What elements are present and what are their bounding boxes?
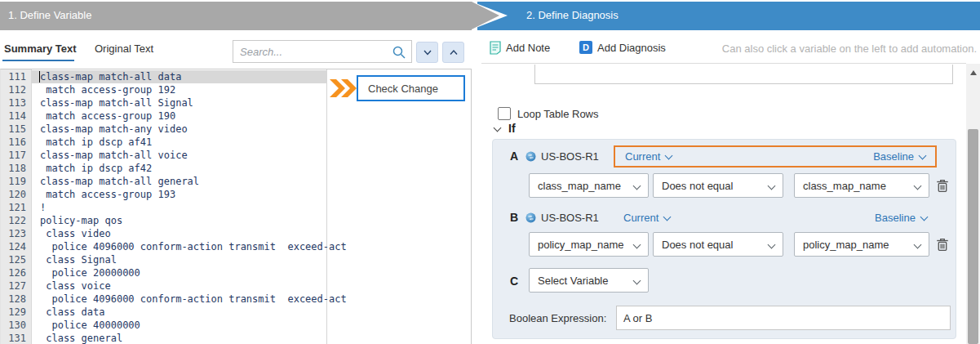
code-line[interactable]: 119class-map match-all general [1, 175, 471, 188]
line-text[interactable]: class data [40, 306, 104, 319]
line-number: 122 [1, 214, 26, 227]
line-number: 120 [1, 188, 26, 201]
code-line[interactable]: 116 match ip dscp af41 [1, 136, 471, 149]
selected-value: Select Variable [538, 275, 608, 287]
line-number: 125 [1, 253, 26, 266]
chevron-down-icon [768, 240, 776, 248]
add-note-button[interactable]: Add Note [506, 42, 550, 54]
line-number: 119 [1, 175, 26, 188]
line-text[interactable]: ! [40, 201, 46, 214]
line-text[interactable]: class video [40, 227, 111, 240]
line-text[interactable]: match ip dscp af41 [40, 136, 152, 149]
line-text[interactable]: class Signal [40, 253, 117, 266]
tab-summary-text[interactable]: Summary Text [4, 42, 77, 55]
condition-c-variable-select[interactable]: Select Variable [529, 268, 649, 293]
check-change-tag[interactable]: Check Change [357, 75, 465, 101]
delete-condition-b-trash-icon[interactable] [935, 237, 950, 252]
scrollbar-up-arrow[interactable] [970, 70, 977, 75]
condition-b-baseline-dropdown[interactable]: Baseline [875, 212, 927, 224]
tab-original-text[interactable]: Original Text [95, 42, 153, 55]
selected-value: Does not equal [662, 180, 733, 192]
line-text[interactable]: match ip dscp af42 [40, 162, 152, 175]
active-tab-underline [2, 60, 74, 61]
condition-b-operator-select[interactable]: Does not equal [653, 232, 783, 257]
code-line[interactable]: 128 police 4096000 conform-action transm… [1, 293, 471, 306]
selected-value: class_map_name [538, 180, 621, 192]
line-text[interactable]: class-map match-all voice [40, 149, 188, 162]
code-line[interactable]: 130 police 40000000 [1, 319, 471, 332]
line-text[interactable]: police 4096000 conform-action transmit e… [40, 240, 347, 253]
line-text[interactable]: match access-group 192 [40, 83, 175, 96]
line-number: 112 [1, 83, 26, 96]
chevron-down-icon [422, 47, 433, 58]
code-line[interactable]: 118 match ip dscp af42 [1, 162, 471, 175]
line-text[interactable]: police 20000000 [40, 266, 140, 279]
condition-b-current-dropdown[interactable]: Current [623, 212, 670, 224]
boolean-expression-input[interactable] [616, 306, 951, 330]
line-text[interactable]: police 4096000 conform-action transmit e… [40, 293, 347, 306]
line-number: 111 [1, 70, 26, 83]
condition-b-left-variable-select[interactable]: policy_map_name [529, 232, 649, 257]
line-text[interactable]: class voice [40, 279, 111, 293]
toolbar-divider [481, 63, 966, 64]
line-number: 127 [1, 279, 26, 293]
code-line[interactable]: 131 class general [1, 332, 471, 344]
chevron-down-icon [914, 240, 922, 248]
condition-a-current-dropdown[interactable]: Current [625, 150, 672, 163]
code-line[interactable]: 124 police 4096000 conform-action transm… [1, 240, 471, 253]
line-text[interactable]: match access-group 190 [40, 109, 175, 123]
code-line[interactable]: 125 class Signal [1, 253, 471, 266]
code-line[interactable]: 115class-map match-any video [1, 123, 471, 136]
condition-a-left-variable-select[interactable]: class_map_name [529, 173, 649, 198]
orange-double-chevron-icon [330, 79, 357, 97]
find-next-button[interactable] [416, 42, 438, 63]
delete-condition-a-trash-icon[interactable] [935, 178, 950, 193]
loop-table-rows-checkbox[interactable] [498, 107, 511, 120]
condition-a-operator-select[interactable]: Does not equal [653, 173, 783, 198]
line-text[interactable]: match access-group 193 [40, 188, 175, 201]
if-label: If [508, 122, 516, 135]
code-line[interactable]: 114 match access-group 190 [1, 109, 471, 123]
code-line[interactable]: 120 match access-group 193 [1, 188, 471, 201]
line-number: 131 [1, 332, 26, 344]
text-caret [39, 71, 40, 83]
condition-a-device: US-BOS-R1 [541, 150, 599, 163]
code-line[interactable]: 126 police 20000000 [1, 266, 471, 279]
line-text[interactable]: class general [40, 332, 122, 344]
search-box [233, 40, 412, 63]
note-text-box[interactable] [534, 65, 953, 84]
code-lines: 111class-map match-all data112 match acc… [1, 70, 471, 344]
if-section-toggle[interactable]: If [494, 122, 516, 135]
line-number: 130 [1, 319, 26, 332]
code-line[interactable]: 129 class data [1, 306, 471, 319]
condition-a-right-variable-select[interactable]: class_map_name [794, 173, 929, 198]
search-icon [392, 45, 406, 60]
search-input[interactable] [240, 42, 379, 61]
code-line[interactable]: 122policy-map qos [1, 214, 471, 227]
code-line[interactable]: 123 class video [1, 227, 471, 240]
line-text[interactable]: class-map match-any video [40, 123, 188, 136]
line-text[interactable]: class-map match-all general [40, 175, 199, 188]
find-prev-button[interactable] [442, 42, 464, 63]
code-line[interactable]: 121! [1, 201, 471, 214]
collapse-chevron-icon [494, 124, 502, 132]
diagnosis-icon: D [579, 41, 592, 54]
chevron-down-icon [768, 181, 776, 190]
line-text[interactable]: class-map match-all data [40, 70, 181, 83]
code-line[interactable]: 117class-map match-all voice [1, 149, 471, 162]
chevron-down-icon [919, 152, 927, 160]
line-text[interactable]: policy-map qos [40, 214, 122, 227]
line-text[interactable]: class-map match-all Signal [40, 96, 193, 109]
condition-b-right-variable-select[interactable]: policy_map_name [794, 232, 929, 257]
code-line[interactable]: 127 class voice [1, 279, 471, 293]
line-text[interactable]: police 40000000 [40, 319, 140, 332]
line-number: 121 [1, 201, 26, 214]
line-number: 123 [1, 227, 26, 240]
condition-b-letter: B [510, 211, 518, 224]
condition-a-baseline-dropdown[interactable]: Baseline [873, 150, 925, 163]
selected-value: policy_map_name [803, 239, 889, 251]
line-number: 124 [1, 240, 26, 253]
scrollbar-thumb[interactable] [968, 129, 978, 344]
check-change-label: Check Change [368, 83, 438, 95]
add-diagnosis-button[interactable]: Add Diagnosis [597, 42, 666, 54]
